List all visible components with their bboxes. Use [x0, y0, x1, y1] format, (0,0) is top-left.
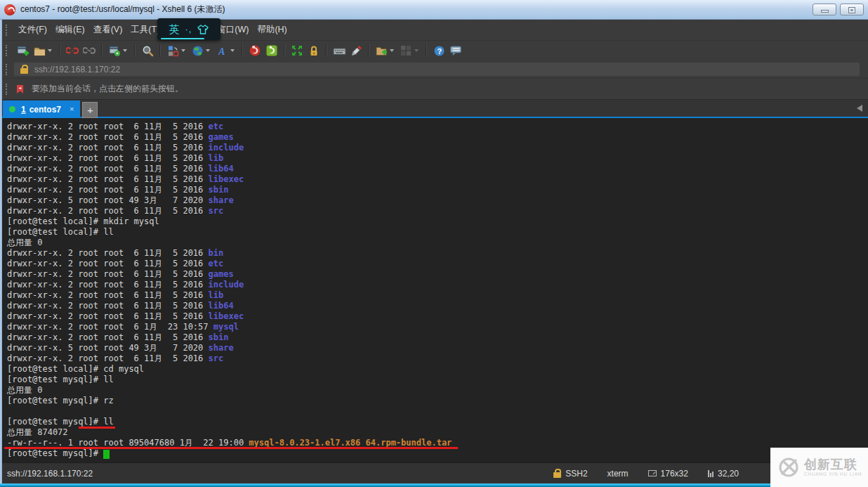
encoding-button[interactable]: [189, 42, 206, 59]
terminal-line: drwxr-xr-x. 2 root root 6 11月 5 2016 gam…: [7, 132, 868, 143]
terminal-line: [root@test local]# mkdir mysql: [7, 216, 868, 227]
watermark-text: 创新互联 CHUANG XIN HU LIAN: [804, 458, 862, 477]
xftp-app-button[interactable]: [263, 42, 280, 59]
toolbar-separator: [284, 44, 285, 57]
link-icon: [83, 45, 96, 56]
font-a-icon: A: [216, 45, 228, 57]
notice-text: 要添加当前会话，点击左侧的箭头按钮。: [32, 83, 183, 95]
status-terminal-size: 176x32: [638, 469, 698, 479]
terminal-segment-dir: sbin: [209, 332, 229, 342]
toolbar-separator: [242, 44, 243, 57]
properties-dropdown[interactable]: [123, 49, 127, 52]
font-button[interactable]: A: [213, 42, 230, 59]
minimize-button[interactable]: [813, 4, 836, 15]
menu-edit[interactable]: 编辑(E): [51, 20, 89, 40]
window-bottom-border: [0, 483, 868, 487]
font-dropdown[interactable]: [230, 49, 235, 52]
addressbar-grip[interactable]: [6, 64, 7, 75]
terminal-segment-dir: etc: [209, 122, 224, 131]
address-field[interactable]: ssh://192.168.1.170:22: [14, 63, 860, 76]
ime-punctuation-toggle[interactable]: ·,: [185, 25, 192, 34]
folder-plus-icon: [376, 46, 388, 56]
terminal-line: drwxr-xr-x. 2 root root 6 1月 23 10:57 my…: [7, 322, 868, 332]
disconnect-button[interactable]: [64, 42, 81, 59]
toolbar-grip[interactable]: [6, 45, 7, 56]
highlight-pen-button[interactable]: [348, 42, 364, 59]
xftp-icon: [265, 44, 278, 57]
terminal-line: [root@test mysql]# ll: [7, 417, 868, 427]
menu-file[interactable]: 文件(F): [14, 20, 51, 40]
new-tab-button[interactable]: +: [82, 102, 98, 118]
highlighter-icon: [350, 45, 362, 57]
ssh-lock-icon: [553, 472, 561, 478]
terminal-segment-dir: share: [209, 195, 234, 205]
maximize-icon: [848, 7, 855, 13]
ime-skin-shirt-icon[interactable]: [197, 25, 209, 34]
terminal-segment-dir: lib: [209, 290, 224, 300]
toolbar-separator: [326, 44, 327, 57]
help-button[interactable]: ?: [430, 42, 447, 59]
terminal-output[interactable]: drwxr-xr-x. 2 root root 6 11月 5 2016 etc…: [0, 118, 868, 462]
tab-scroll-left-icon[interactable]: [857, 105, 862, 112]
tab-close-icon[interactable]: ×: [70, 105, 74, 113]
address-bar: ssh://192.168.1.170:22: [0, 60, 868, 78]
terminal-segment-dir: include: [209, 280, 244, 290]
status-connection-url: ssh://192.168.1.170:22: [7, 469, 93, 479]
terminal-line: drwxr-xr-x. 2 root root 6 11月 5 2016 lib: [7, 153, 868, 164]
tile-windows-dropdown: [414, 49, 419, 52]
open-session-button[interactable]: [31, 42, 48, 59]
xshell-window: centos7 - root@test:/usr/local/mysql - X…: [0, 0, 868, 487]
menu-view[interactable]: 查看(V): [89, 20, 127, 40]
notice-bar: 要添加当前会话，点击左侧的箭头按钮。: [0, 78, 868, 99]
tile-grid-icon: [400, 45, 412, 56]
terminal-segment-dir: mysql: [213, 322, 239, 332]
find-button[interactable]: [139, 42, 156, 59]
terminal-line: drwxr-xr-x. 2 root root 6 11月 5 2016 lib…: [7, 164, 868, 174]
terminal-segment-dir: lib64: [209, 164, 234, 174]
ime-language-toggle[interactable]: 英: [169, 24, 180, 34]
menubar-grip[interactable]: [6, 25, 7, 36]
color-scheme-button[interactable]: [164, 42, 181, 59]
svg-text:A: A: [218, 46, 225, 56]
new-file-transfer-button[interactable]: [373, 42, 390, 59]
session-properties-button[interactable]: [106, 42, 123, 59]
terminal-segment-dir: src: [209, 206, 224, 216]
terminal-line: drwxr-xr-x. 2 root root 6 11月 5 2016 etc: [7, 122, 868, 132]
lock-screen-button[interactable]: [305, 42, 322, 59]
encoding-dropdown[interactable]: [206, 49, 210, 52]
add-session-flag-icon: [16, 84, 25, 94]
color-scheme-dropdown[interactable]: [181, 49, 185, 52]
xshell-swirl-icon: [249, 44, 261, 57]
watermark-logo-icon: [777, 455, 801, 479]
terminal-line: [root@test mysql]# ll: [7, 375, 868, 385]
annotation-underline-file: [4, 447, 458, 449]
terminal-segment-dir: etc: [209, 259, 224, 268]
window-title: centos7 - root@test:/usr/local/mysql - X…: [20, 4, 809, 15]
fullscreen-button[interactable]: [289, 42, 305, 59]
terminal-line: [root@test mysql]# rz: [7, 396, 868, 406]
tab-centos7[interactable]: 1centos7 ×: [3, 100, 80, 118]
noticebar-grip[interactable]: [6, 84, 7, 95]
reconnect-button[interactable]: [81, 42, 98, 59]
terminal-line: drwxr-xr-x. 5 root root 49 3月 7 2020 sha…: [7, 343, 868, 353]
new-session-button[interactable]: [14, 42, 31, 59]
new-file-dropdown[interactable]: [390, 49, 394, 52]
terminal-line: [root@test local]# ll: [7, 227, 868, 238]
terminal-segment-dir: share: [209, 343, 234, 353]
terminal-line: drwxr-xr-x. 2 root root 6 11月 5 2016 src: [7, 353, 868, 364]
status-right-group: SSH2 xterm 176x32 32,20: [544, 469, 749, 479]
menu-help[interactable]: 帮助(H): [253, 20, 291, 40]
magnifier-icon: [142, 45, 154, 57]
terminal-segment-dir: libexec: [209, 174, 244, 184]
terminal-line: 总用量 874072: [7, 427, 868, 438]
terminal-line: drwxr-xr-x. 2 root root 6 11月 5 2016 sbi…: [7, 332, 868, 343]
feedback-button[interactable]: [447, 42, 464, 59]
open-session-dropdown[interactable]: [48, 49, 52, 52]
xshell-app-button[interactable]: [246, 42, 263, 59]
xshell-logo-icon: [4, 4, 15, 15]
tile-windows-button-disabled: [397, 42, 414, 59]
maximize-button[interactable]: [840, 4, 864, 15]
cursor-position-icon: [708, 470, 714, 477]
terminal-line: drwxr-xr-x. 2 root root 6 11月 5 2016 inc…: [7, 143, 868, 153]
virtual-keyboard-button[interactable]: [331, 42, 348, 59]
